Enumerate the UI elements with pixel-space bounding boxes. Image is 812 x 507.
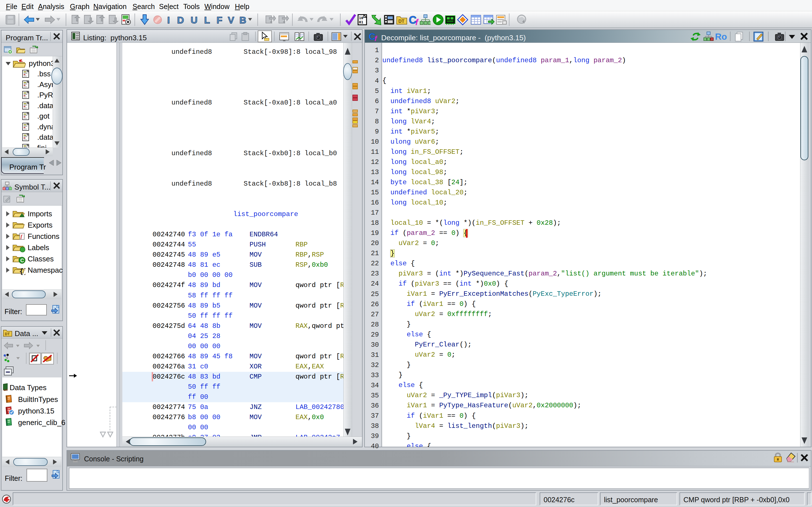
- svg-text:10: 10: [359, 16, 363, 20]
- svg-text:DT: DT: [5, 332, 10, 336]
- svg-text:{}: {}: [19, 267, 26, 275]
- svg-text:C: C: [20, 258, 24, 263]
- svg-text:DT: DT: [398, 19, 405, 24]
- svg-text:01: 01: [359, 20, 363, 24]
